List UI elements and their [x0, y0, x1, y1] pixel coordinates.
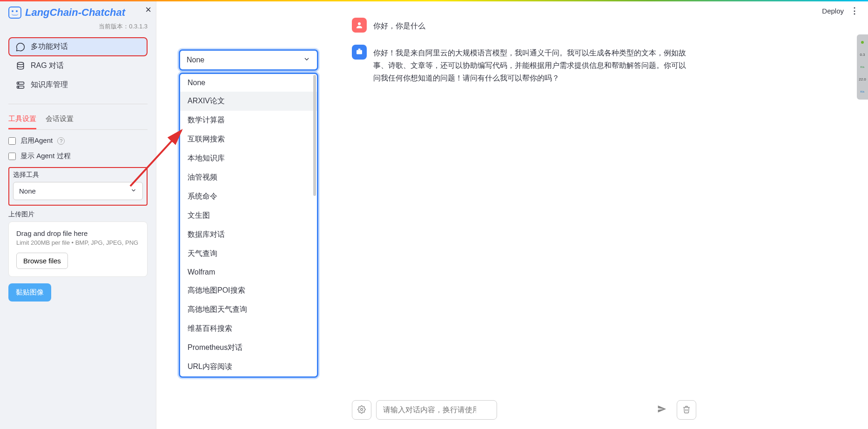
- tool-option-weather[interactable]: 天气查询: [180, 244, 317, 263]
- version-label: 当前版本：0.3.1.3: [8, 22, 148, 31]
- nav-item-kb[interactable]: 知识库管理: [8, 75, 148, 94]
- svg-rect-7: [358, 49, 361, 50]
- send-icon[interactable]: [657, 404, 666, 416]
- show-agent-process-input[interactable]: [8, 153, 16, 160]
- assistant-avatar: [352, 45, 367, 60]
- tool-dropdown-list: None ARXIV论文 数学计算器 互联网搜索 本地知识库 油管视频 系统命令…: [179, 73, 318, 378]
- settings-tabs: 工具设置 会话设置: [8, 111, 148, 130]
- tool-dropdown-selected[interactable]: None: [179, 49, 318, 71]
- svg-point-3: [18, 83, 19, 84]
- paste-image-button[interactable]: 黏贴图像: [8, 283, 51, 302]
- chat-message-assistant: 你好！我是来自阿里云的大规模语言模型，我叫通义千问。我可以生成各种类型的文本，例…: [352, 45, 692, 85]
- tool-option-wolfram[interactable]: Wolfram: [180, 263, 317, 281]
- perf-top-value: 0.3: [860, 53, 865, 57]
- tool-option-prometheus[interactable]: Prometheus对话: [180, 338, 317, 357]
- nav-item-label: 多功能对话: [31, 42, 68, 52]
- deploy-button[interactable]: Deploy: [822, 7, 844, 15]
- tool-option-wikipedia[interactable]: 维基百科搜索: [180, 319, 317, 338]
- tab-session-settings[interactable]: 会话设置: [46, 111, 74, 129]
- tool-dropdown-value: None: [187, 56, 204, 64]
- perf-bottom-value: 22.0: [859, 77, 866, 81]
- assistant-message-text: 你好！我是来自阿里云的大规模语言模型，我叫通义千问。我可以生成各种类型的文本，例…: [373, 45, 692, 85]
- logo-text: LangChain-Chatchat: [25, 7, 125, 19]
- nav-item-label: 知识库管理: [31, 80, 68, 90]
- tab-tool-settings[interactable]: 工具设置: [8, 111, 36, 129]
- tool-option-none[interactable]: None: [180, 74, 317, 92]
- svg-point-5: [358, 22, 361, 25]
- dropdown-scrollbar[interactable]: [313, 75, 316, 196]
- database-icon: [16, 61, 25, 71]
- top-gradient-bar: [0, 0, 868, 1]
- app-logo: LangChain-Chatchat: [8, 7, 148, 19]
- select-tool-dropdown[interactable]: None: [13, 182, 143, 200]
- show-agent-process-label: 显示 Agent 过程: [20, 152, 71, 161]
- server-icon: [16, 80, 25, 90]
- chat-input[interactable]: [376, 400, 497, 420]
- show-agent-process-checkbox[interactable]: 显示 Agent 过程: [8, 152, 148, 161]
- tool-option-arxiv[interactable]: ARXIV论文: [180, 92, 317, 111]
- nav-item-rag[interactable]: RAG 对话: [8, 56, 148, 75]
- clear-chat-button[interactable]: [677, 400, 696, 420]
- sidebar: × LangChain-Chatchat 当前版本：0.3.1.3 多功能对话 …: [0, 0, 156, 429]
- help-icon[interactable]: ?: [57, 137, 65, 145]
- select-tool-group: 选择工具 None: [8, 167, 148, 206]
- tool-dropdown-expanded: None None ARXIV论文 数学计算器 互联网搜索 本地知识库 油管视频…: [179, 49, 318, 378]
- enable-agent-checkbox[interactable]: 启用Agent ?: [8, 136, 148, 145]
- user-message-text: 你好，你是什么: [373, 18, 425, 33]
- svg-point-0: [17, 62, 23, 64]
- upload-image-label: 上传图片: [8, 210, 148, 219]
- chevron-down-icon: [130, 187, 137, 195]
- tool-option-amap-poi[interactable]: 高德地图POI搜索: [180, 281, 317, 300]
- perf-widget: 0.3 K/s 22.0 K/s: [857, 34, 868, 100]
- sidebar-close-icon[interactable]: ×: [145, 5, 151, 15]
- settings-button[interactable]: [352, 400, 371, 420]
- tool-option-youtube[interactable]: 油管视频: [180, 168, 317, 187]
- tool-option-localkb[interactable]: 本地知识库: [180, 149, 317, 168]
- select-tool-value: None: [19, 187, 36, 195]
- chevron-down-icon: [303, 55, 310, 65]
- perf-top-unit: K/s: [861, 66, 865, 68]
- svg-rect-6: [357, 50, 362, 54]
- kebab-menu-icon[interactable]: ⋮: [850, 6, 859, 16]
- enable-agent-input[interactable]: [8, 137, 16, 145]
- trash-icon: [682, 405, 691, 415]
- tool-option-db[interactable]: 数据库对话: [180, 225, 317, 244]
- nav-item-multichat[interactable]: 多功能对话: [8, 37, 148, 56]
- sidebar-divider: [8, 104, 148, 104]
- gear-icon: [357, 405, 366, 415]
- user-avatar: [352, 18, 367, 33]
- chat-input-wrap: [376, 400, 672, 420]
- tool-option-shell[interactable]: 系统命令: [180, 187, 317, 206]
- upload-title: Drag and drop file here: [16, 229, 140, 237]
- nav-item-label: RAG 对话: [31, 61, 64, 71]
- svg-point-8: [361, 408, 363, 410]
- perf-bottom-unit: K/s: [861, 90, 865, 93]
- enable-agent-label: 启用Agent: [20, 136, 53, 145]
- header-actions: Deploy ⋮: [822, 6, 859, 16]
- chat-message-user: 你好，你是什么: [352, 18, 692, 33]
- tool-option-txt2img[interactable]: 文生图: [180, 206, 317, 225]
- tool-option-url[interactable]: URL内容阅读: [180, 357, 317, 376]
- tool-option-amap-weather[interactable]: 高德地图天气查询: [180, 300, 317, 319]
- upload-hint: Limit 200MB per file • BMP, JPG, JPEG, P…: [16, 239, 140, 246]
- tool-option-math[interactable]: 数学计算器: [180, 111, 317, 130]
- chat-icon: [16, 42, 25, 52]
- perf-dot-green: [861, 41, 864, 44]
- logo-icon: [8, 7, 21, 19]
- nav-group: 多功能对话 RAG 对话 知识库管理: [8, 37, 148, 94]
- file-uploader[interactable]: Drag and drop file here Limit 200MB per …: [8, 221, 148, 277]
- select-tool-label: 选择工具: [13, 171, 143, 179]
- browse-files-button[interactable]: Browse files: [16, 253, 68, 269]
- chat-input-bar: [352, 400, 696, 420]
- svg-point-4: [18, 87, 19, 87]
- chat-area: 你好，你是什么 你好！我是来自阿里云的大规模语言模型，我叫通义千问。我可以生成各…: [352, 18, 692, 97]
- tool-option-websearch[interactable]: 互联网搜索: [180, 130, 317, 149]
